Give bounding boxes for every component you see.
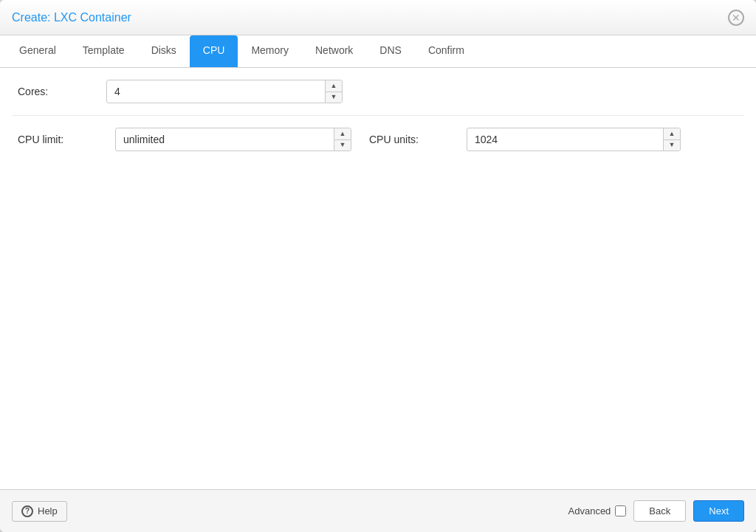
down-arrow-icon: ▼ xyxy=(340,142,346,148)
cpu-units-increment-button[interactable]: ▲ xyxy=(664,128,680,140)
cpu-units-decrement-button[interactable]: ▼ xyxy=(664,140,680,151)
tab-network[interactable]: Network xyxy=(302,35,366,67)
tab-general[interactable]: General xyxy=(6,35,69,67)
cores-increment-button[interactable]: ▲ xyxy=(326,80,342,92)
next-button[interactable]: Next xyxy=(693,500,744,522)
cores-label: Cores: xyxy=(18,86,106,97)
up-arrow-icon: ▲ xyxy=(331,83,337,89)
help-button[interactable]: ? Help xyxy=(12,501,67,522)
cpu-limit-input[interactable] xyxy=(116,134,334,145)
cores-row: Cores: ▲ ▼ xyxy=(12,68,744,116)
up-arrow-icon: ▲ xyxy=(669,131,676,137)
dialog-title: Create: LXC Container xyxy=(12,11,131,24)
cpu-limit-group: CPU limit: ▲ ▼ xyxy=(18,128,351,151)
close-button[interactable]: ✕ xyxy=(728,10,744,26)
tab-dns[interactable]: DNS xyxy=(366,35,415,67)
down-arrow-icon: ▼ xyxy=(331,94,337,100)
create-lxc-dialog: Create: LXC Container ✕ General Template… xyxy=(0,0,756,532)
cores-decrement-button[interactable]: ▼ xyxy=(326,92,342,103)
cpu-units-group: CPU units: ▲ ▼ xyxy=(369,128,681,151)
dialog-body: Cores: ▲ ▼ CPU xyxy=(0,68,756,489)
tab-memory[interactable]: Memory xyxy=(238,35,302,67)
advanced-checkbox[interactable] xyxy=(615,505,626,517)
cores-spinner-buttons: ▲ ▼ xyxy=(325,80,342,103)
tab-confirm[interactable]: Confirm xyxy=(415,35,478,67)
dialog-header: Create: LXC Container ✕ xyxy=(0,0,756,35)
advanced-checkbox-label[interactable]: Advanced xyxy=(568,505,627,517)
cpu-units-spinner-buttons: ▲ ▼ xyxy=(663,128,680,151)
close-icon: ✕ xyxy=(732,13,740,23)
footer-left: ? Help xyxy=(12,501,67,522)
footer-right: Advanced Back Next xyxy=(568,500,744,522)
cpu-form: Cores: ▲ ▼ CPU xyxy=(0,68,756,163)
advanced-label: Advanced xyxy=(568,505,611,517)
help-label: Help xyxy=(38,505,58,517)
cpu-units-label: CPU units: xyxy=(369,134,458,145)
cpu-limit-increment-button[interactable]: ▲ xyxy=(334,128,351,140)
tab-bar: General Template Disks CPU Memory Networ… xyxy=(0,35,756,68)
cpu-units-input[interactable] xyxy=(467,134,663,145)
cpu-limit-row: CPU limit: ▲ ▼ xyxy=(12,116,744,163)
cpu-limit-multi: CPU limit: ▲ ▼ xyxy=(18,128,681,151)
cpu-limit-label: CPU limit: xyxy=(18,134,106,145)
tab-disks[interactable]: Disks xyxy=(138,35,190,67)
down-arrow-icon: ▼ xyxy=(669,142,676,148)
help-icon: ? xyxy=(21,505,33,517)
cores-input[interactable] xyxy=(107,86,325,97)
up-arrow-icon: ▲ xyxy=(340,131,346,137)
cores-spinner: ▲ ▼ xyxy=(106,80,343,103)
cpu-limit-spinner: ▲ ▼ xyxy=(115,128,351,151)
dialog-footer: ? Help Advanced Back Next xyxy=(0,489,756,532)
cpu-units-spinner: ▲ ▼ xyxy=(467,128,681,151)
tab-template[interactable]: Template xyxy=(69,35,138,67)
cpu-limit-spinner-buttons: ▲ ▼ xyxy=(334,128,351,151)
cpu-limit-decrement-button[interactable]: ▼ xyxy=(334,140,351,151)
tab-cpu[interactable]: CPU xyxy=(190,35,238,67)
back-button[interactable]: Back xyxy=(633,500,686,522)
